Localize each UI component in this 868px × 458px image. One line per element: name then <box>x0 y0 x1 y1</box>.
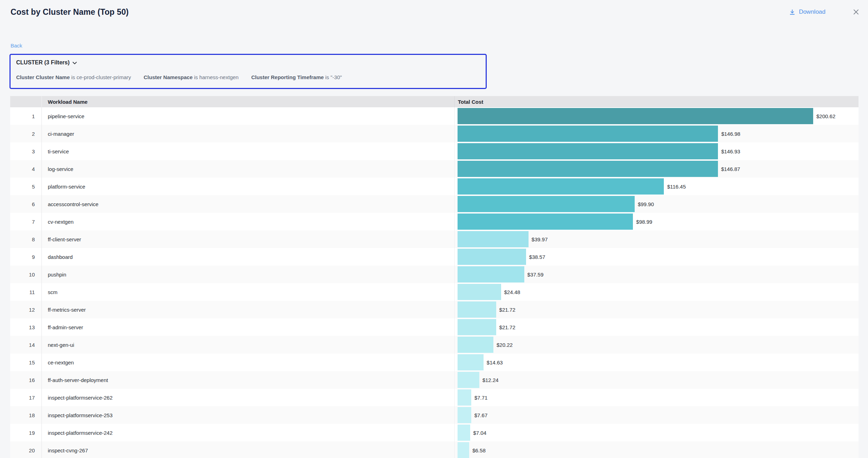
row-workload-name: accesscontrol-service <box>42 195 455 213</box>
back-link[interactable]: Back <box>11 43 22 49</box>
filter-group-toggle[interactable]: CLUSTER (3 Filters) <box>16 59 77 66</box>
table-row: 7cv-nextgen$98.99 <box>10 213 859 230</box>
table-row: 14next-gen-ui$20.22 <box>10 336 859 354</box>
cost-bar[interactable] <box>458 442 469 458</box>
row-rank: 2 <box>10 125 42 142</box>
table-row: 1pipeline-service$200.62 <box>10 107 859 125</box>
table-header-row: Workload Name Total Cost <box>10 96 859 107</box>
cost-value: $116.45 <box>667 184 686 190</box>
filter-clause: Cluster Reporting Timeframe is "-30" <box>251 74 342 80</box>
table-row: 2ci-manager$146.98 <box>10 125 859 142</box>
table-row: 16ff-auth-server-deployment$12.24 <box>10 371 859 389</box>
cost-bar[interactable] <box>458 337 493 353</box>
table-row: 9dashboard$38.57 <box>10 248 859 266</box>
row-total-cost: $7.04 <box>455 424 859 441</box>
cost-bar[interactable] <box>458 389 471 406</box>
row-rank: 10 <box>10 266 42 283</box>
row-workload-name: ce-nextgen <box>42 354 455 371</box>
cost-bar[interactable] <box>458 214 633 230</box>
cost-value: $21.72 <box>499 324 516 330</box>
row-rank: 9 <box>10 248 42 266</box>
row-total-cost: $99.90 <box>455 195 859 213</box>
filter-condition: is "-30" <box>324 74 342 80</box>
cost-bar[interactable] <box>458 425 470 441</box>
row-workload-name: ti-service <box>42 142 455 160</box>
row-rank: 3 <box>10 142 42 160</box>
filter-field-name: Cluster Cluster Name <box>16 74 70 80</box>
row-total-cost: $7.67 <box>455 406 859 424</box>
row-total-cost: $21.72 <box>455 318 859 336</box>
table-row: 12ff-metrics-server$21.72 <box>10 301 859 318</box>
cost-bar[interactable] <box>458 249 526 265</box>
row-rank: 7 <box>10 213 42 230</box>
cost-value: $38.57 <box>529 254 545 260</box>
cost-bar[interactable] <box>458 196 635 212</box>
row-rank: 16 <box>10 371 42 389</box>
row-workload-name: ff-client-server <box>42 230 455 248</box>
row-total-cost: $146.93 <box>455 142 859 160</box>
page-title: Cost by Cluster Name (Top 50) <box>11 7 129 17</box>
cost-bar[interactable] <box>458 161 718 177</box>
row-rank: 1 <box>10 107 42 125</box>
row-rank: 19 <box>10 424 42 441</box>
cost-bar[interactable] <box>458 266 524 282</box>
cost-value: $37.59 <box>527 272 544 278</box>
table-body: 1pipeline-service$200.622ci-manager$146.… <box>10 107 859 458</box>
row-rank: 4 <box>10 160 42 178</box>
table-row: 15ce-nextgen$14.63 <box>10 354 859 371</box>
row-workload-name: pushpin <box>42 266 455 283</box>
row-workload-name: inspect-platformservice-242 <box>42 424 455 441</box>
cost-value: $146.98 <box>721 131 740 137</box>
cost-bar[interactable] <box>458 231 529 247</box>
row-total-cost: $6.58 <box>455 441 859 458</box>
cost-bar[interactable] <box>458 407 471 423</box>
cost-value: $14.63 <box>487 360 503 365</box>
row-total-cost: $116.45 <box>455 178 859 195</box>
cost-value: $99.90 <box>638 201 654 207</box>
row-workload-name: log-service <box>42 160 455 178</box>
download-button[interactable]: Download <box>789 8 825 15</box>
cost-value: $7.67 <box>474 412 488 418</box>
rank-column-header <box>10 96 42 107</box>
row-workload-name: ff-auth-server-deployment <box>42 371 455 389</box>
table-row: 8ff-client-server$39.97 <box>10 230 859 248</box>
workload-column-header: Workload Name <box>42 96 455 107</box>
cost-value: $39.97 <box>532 236 548 242</box>
row-workload-name: cv-nextgen <box>42 213 455 230</box>
cost-column-header: Total Cost <box>455 96 859 107</box>
row-workload-name: ci-manager <box>42 125 455 142</box>
table-row: 6accesscontrol-service$99.90 <box>10 195 859 213</box>
table-row: 18inspect-platformservice-253$7.67 <box>10 406 859 424</box>
cost-bar[interactable] <box>458 126 718 142</box>
cost-bar[interactable] <box>458 372 479 388</box>
cost-value: $7.71 <box>474 395 488 401</box>
close-button[interactable] <box>852 8 860 16</box>
filter-clauses: Cluster Cluster Name is ce-prod-cluster-… <box>16 74 480 80</box>
filter-condition: is ce-prod-cluster-primary <box>70 74 131 80</box>
filter-clause: Cluster Namespace is harness-nextgen <box>144 74 239 80</box>
cost-value: $146.87 <box>721 166 740 172</box>
row-total-cost: $98.99 <box>455 213 859 230</box>
cost-value: $24.48 <box>504 289 520 295</box>
cost-bar[interactable] <box>458 284 501 300</box>
row-workload-name: platform-service <box>42 178 455 195</box>
cost-bar[interactable] <box>458 108 813 124</box>
filter-panel: CLUSTER (3 Filters) Cluster Cluster Name… <box>9 54 487 89</box>
row-workload-name: inspect-platformservice-262 <box>42 389 455 406</box>
cost-bar[interactable] <box>458 178 664 195</box>
cost-value: $21.72 <box>499 307 516 313</box>
row-rank: 14 <box>10 336 42 354</box>
cost-value: $200.62 <box>816 113 835 119</box>
cost-value: $12.24 <box>482 377 499 383</box>
cost-bar[interactable] <box>458 143 718 159</box>
row-total-cost: $24.48 <box>455 283 859 301</box>
row-rank: 6 <box>10 195 42 213</box>
row-rank: 12 <box>10 301 42 318</box>
cost-bar[interactable] <box>458 301 496 318</box>
filter-group-label: CLUSTER (3 Filters) <box>16 59 70 66</box>
row-total-cost: $7.71 <box>455 389 859 406</box>
row-rank: 11 <box>10 283 42 301</box>
row-total-cost: $200.62 <box>455 107 859 125</box>
cost-bar[interactable] <box>458 319 496 335</box>
cost-bar[interactable] <box>458 354 484 370</box>
